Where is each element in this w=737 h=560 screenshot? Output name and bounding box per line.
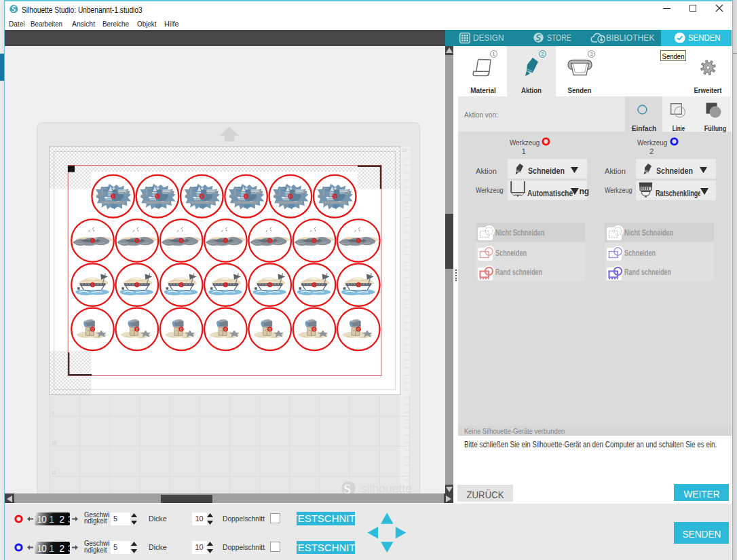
- svg-text:12: 12: [402, 148, 407, 153]
- svg-text:10: 10: [52, 441, 57, 445]
- svg-text:S: S: [344, 482, 352, 493]
- svg-text:9: 9: [52, 411, 54, 415]
- svg-text:11: 11: [52, 470, 56, 475]
